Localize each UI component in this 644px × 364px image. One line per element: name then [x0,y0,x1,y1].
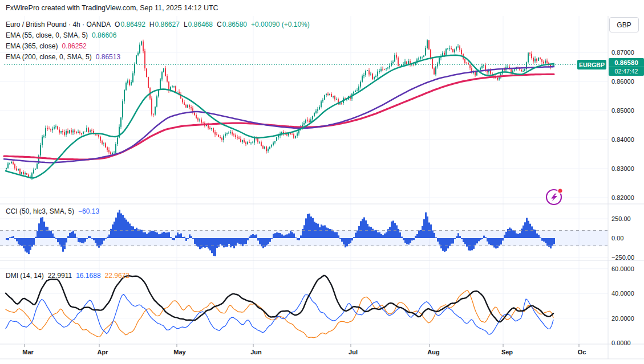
ema200-label: EMA (200, close, 0, SMA, 5) [6,53,92,61]
credit-line: FxWirePro created with TradingView.com, … [6,4,218,12]
time-axis-label: Mar [22,349,34,355]
symbol-legend[interactable]: Euro / British Pound · 4h · OANDA O0.864… [6,21,310,28]
price-axis-label: 0.87000 [611,49,634,56]
time-axis-label: Oc [578,349,586,355]
dmi-label: DMI (14, 14) [6,272,44,280]
dmi-axis-label: 60.0000 [611,265,634,272]
price-axis-label: 0.83000 [611,165,634,172]
ema55-label: EMA (55, close, 0, SMA, 5) [6,31,88,39]
low-value: L0.86468 [184,21,213,28]
time-axis-label: Apr [98,349,108,355]
ema365-label: EMA (365, close) [6,42,58,50]
symbol-title: Euro / British Pound · 4h · OANDA [6,21,111,28]
lightning-icon [551,194,557,202]
ema200-legend[interactable]: EMA (200, close, 0, SMA, 5) 0.86513 [6,53,120,61]
last-price-value: 0.86580 [609,58,644,67]
ema365-value: 0.86252 [62,42,86,50]
cci-axis-label: 250.00 [611,215,631,222]
price-axis-label: 0.85000 [611,107,634,114]
bar-countdown: 02:47:42 [609,67,644,76]
ema55-legend[interactable]: EMA (55, close, 0, SMA, 5) 0.86606 [6,31,116,39]
ema55-value: 0.86606 [92,31,116,39]
cci-value: −60.13 [78,207,99,215]
dmi-axis-label: 0.0000 [611,340,631,346]
symbol-price-tag: EURGBP [577,60,606,69]
time-axis[interactable] [0,344,608,364]
ema200-value: 0.86513 [96,53,120,61]
tradingview-chart-window: { "header": { "credit": "FxWirePro creat… [0,0,644,364]
cci-legend[interactable]: CCI (50, hlc3, SMA, 5) −60.13 [6,207,99,215]
cci-axis-label: 0.00 [611,235,623,242]
time-axis-label: Jun [250,349,262,355]
price-axis-label: 0.86000 [611,78,634,85]
ema365-legend[interactable]: EMA (365, close) 0.86252 [6,42,87,50]
last-price-label: 0.86580 02:47:42 [609,58,644,76]
dmi-minusdi-value: 22.9672 [105,272,129,280]
high-value: H0.86627 [149,21,180,28]
time-axis-label: May [173,349,185,355]
cci-label: CCI (50, hlc3, SMA, 5) [6,207,74,215]
cci-axis-label: −250.00 [611,254,634,261]
price-axis-label: 0.82000 [611,194,634,201]
dmi-plusdi-value: 16.1688 [76,272,100,280]
open-value: O0.86492 [115,21,145,28]
flash-button[interactable] [542,185,567,210]
price-axis-label: 0.84000 [611,136,634,143]
dmi-legend[interactable]: DMI (14, 14) 22.9911 16.1688 22.9672 [6,272,129,280]
change-value: +0.00090 (+0.10%) [251,21,310,28]
dmi-axis-label: 20.0000 [611,315,634,322]
dmi-axis-label: 40.0000 [611,290,634,297]
time-axis-label: Aug [427,349,439,355]
dmi-adx-value: 22.9911 [48,272,72,280]
time-axis-label: Sep [501,349,513,355]
close-value: C0.86580 [217,21,247,28]
time-axis-label: Jul [349,349,358,355]
notification-dot-icon [558,189,562,193]
